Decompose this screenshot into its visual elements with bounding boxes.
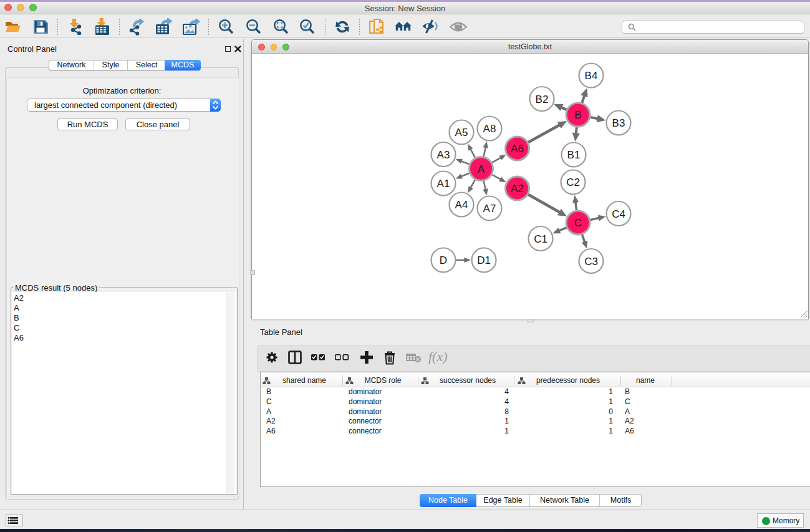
svg-text:A4: A4	[455, 199, 468, 211]
svg-text:B4: B4	[585, 70, 598, 82]
svg-text:D1: D1	[477, 254, 491, 266]
svg-text:A3: A3	[437, 149, 450, 161]
svg-text:C4: C4	[612, 208, 625, 220]
svg-text:A6: A6	[511, 143, 524, 155]
svg-text:A5: A5	[455, 127, 468, 138]
svg-text:A1: A1	[437, 178, 450, 190]
svg-text:B2: B2	[536, 94, 549, 105]
svg-text:A8: A8	[483, 123, 496, 135]
svg-text:C: C	[574, 217, 582, 229]
svg-text:C1: C1	[534, 233, 547, 245]
svg-text:B3: B3	[612, 117, 625, 129]
svg-text:B1: B1	[567, 149, 581, 161]
svg-text:A7: A7	[483, 203, 496, 215]
svg-text:A2: A2	[511, 183, 524, 195]
svg-text:D: D	[440, 254, 447, 266]
svg-text:A: A	[478, 163, 485, 175]
svg-text:C3: C3	[584, 256, 598, 268]
svg-text:C2: C2	[566, 177, 580, 188]
svg-text:B: B	[574, 109, 581, 121]
